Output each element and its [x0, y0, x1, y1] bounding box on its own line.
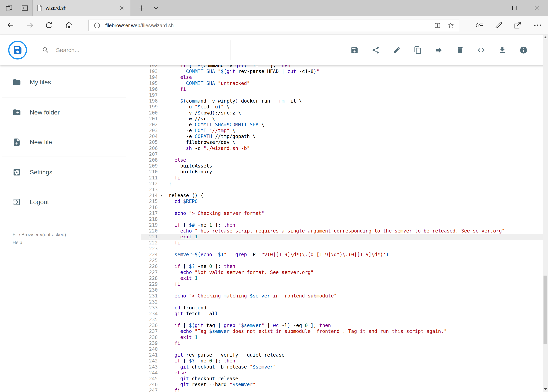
code-line[interactable]: 221 exit 1	[141, 234, 543, 240]
info-button[interactable]	[516, 42, 531, 58]
sidebar-item-logout[interactable]: Logout	[0, 191, 141, 213]
code-line[interactable]: 232	[141, 299, 543, 305]
browser-tab[interactable]: wizard.sh	[33, 0, 130, 16]
code-line[interactable]: 236 if [ $(git tag | grep "$semver" | wc…	[141, 322, 543, 328]
sidebar-item-settings[interactable]: Settings	[0, 161, 141, 183]
code-line[interactable]: 197	[141, 92, 543, 98]
code-line[interactable]: 229 fi	[141, 281, 543, 287]
scroll-down-button[interactable]	[543, 387, 548, 392]
code-line[interactable]: 210 buildBinary	[141, 169, 543, 175]
code-line[interactable]: 243 git checkout -b release "$semver"	[141, 364, 543, 370]
code-line[interactable]: 195 COMMIT_SHA="untracked"	[141, 80, 543, 86]
share-button[interactable]	[509, 16, 526, 35]
code-line[interactable]: 228 exit 1	[141, 275, 543, 281]
code-line[interactable]: 239 fi	[141, 340, 543, 346]
save-button[interactable]	[347, 42, 362, 58]
code-line[interactable]: 241 git rev-parse --verify --quiet relea…	[141, 352, 543, 358]
code-line[interactable]: 198 $(command -v winpty) docker run --rm…	[141, 98, 543, 104]
code-line[interactable]: 242 if [ $? -ne 0 ]; then	[141, 358, 543, 364]
code-line[interactable]: 218	[141, 216, 543, 222]
tab-close-button[interactable]	[117, 4, 126, 12]
code-line[interactable]: 196 fi	[141, 86, 543, 92]
fold-marker-icon[interactable]: ▾	[159, 193, 164, 198]
delete-button[interactable]	[452, 42, 468, 58]
code-line[interactable]: 225	[141, 258, 543, 263]
search-bar[interactable]	[35, 40, 230, 60]
code-line[interactable]: 199 -u "$(id -u)" \	[141, 104, 543, 110]
search-input[interactable]	[55, 46, 223, 54]
code-line[interactable]: 207	[141, 151, 543, 157]
code-line[interactable]: 245 git checkout release	[141, 376, 543, 382]
code-line[interactable]: 240	[141, 346, 543, 352]
code-line[interactable]: 216	[141, 204, 543, 210]
code-line[interactable]: 201 -w //src \	[141, 116, 543, 122]
code-view-button[interactable]	[473, 42, 489, 58]
code-line[interactable]: 214▾release () {	[141, 193, 543, 198]
code-line[interactable]: 247 fi	[141, 387, 543, 392]
code-line[interactable]: 222 fi	[141, 240, 543, 246]
code-line[interactable]: 213	[141, 187, 543, 193]
ink-button[interactable]	[490, 16, 507, 35]
scrollbar-thumb[interactable]	[543, 276, 548, 344]
code-line[interactable]: 244 else	[141, 370, 543, 376]
code-line[interactable]: 209 buildAssets	[141, 163, 543, 169]
site-info-button[interactable]	[92, 20, 102, 30]
code-line[interactable]: 220 echo "This release script requires a…	[141, 228, 543, 234]
code-line[interactable]: 211 fi	[141, 175, 543, 181]
minimize-button[interactable]	[481, 0, 503, 16]
code-line[interactable]: 205 filebrowser/dev \	[141, 139, 543, 145]
code-line[interactable]: 237 echo "Tag $semver does not exist in …	[141, 328, 543, 334]
code-line[interactable]: 217 echo "> Checking semver format"	[141, 210, 543, 216]
more-button[interactable]	[529, 16, 546, 35]
code-line[interactable]: 212}	[141, 181, 543, 187]
code-line[interactable]: 234 git fetch --all	[141, 311, 543, 317]
help-link[interactable]: Help	[13, 239, 22, 246]
code-line[interactable]: 200 -v /$(pwd):/src:z \	[141, 110, 543, 116]
filebrowser-logo[interactable]	[8, 41, 27, 59]
code-line[interactable]: 219 if [ $# -ne 1 ]; then	[141, 222, 543, 228]
show-set-aside-tabs-button[interactable]	[1, 0, 16, 16]
code-line[interactable]: 208 else	[141, 157, 543, 163]
download-button[interactable]	[495, 42, 510, 58]
sidebar-item-new-folder[interactable]: New folder	[0, 101, 141, 123]
address-bar[interactable]: filebrowser.web/files/wizard.sh	[88, 20, 459, 31]
home-button[interactable]	[60, 16, 77, 35]
code-line[interactable]: 233 cd frontend	[141, 305, 543, 311]
code-line[interactable]: 194 else	[141, 74, 543, 80]
tab-preview-toggle[interactable]	[150, 0, 162, 16]
maximize-button[interactable]	[503, 0, 526, 16]
sidebar-item-new-file[interactable]: New file	[0, 131, 141, 153]
code-editor[interactable]: 192 if [ "$(command -v git)" != "" ]; th…	[141, 65, 543, 392]
sidebar-item-my-files[interactable]: My files	[0, 71, 141, 93]
scrollbar[interactable]	[543, 35, 548, 392]
code-line[interactable]: 235	[141, 317, 543, 322]
code-line[interactable]: 230	[141, 287, 543, 293]
copy-button[interactable]	[410, 42, 426, 58]
code-line[interactable]: 226 if [ $? -ne 0 ]; then	[141, 263, 543, 269]
code-line[interactable]: 215 cd $REPO	[141, 198, 543, 204]
code-line[interactable]: 204 -e GOPATH=//tmp/gopath \	[141, 133, 543, 139]
code-line[interactable]: 231 echo "> Checking matching $semver in…	[141, 293, 543, 299]
close-window-button[interactable]	[526, 0, 548, 16]
code-line[interactable]: 223	[141, 246, 543, 252]
set-tabs-aside-button[interactable]	[17, 0, 32, 16]
code-line[interactable]: 246 git reset --hard "$semver"	[141, 382, 543, 387]
back-button[interactable]	[2, 16, 19, 35]
code-line[interactable]: 202 -e COMMIT_SHA=$COMMIT_SHA \	[141, 122, 543, 128]
refresh-button[interactable]	[40, 16, 57, 35]
forward-button[interactable]	[21, 16, 39, 35]
scroll-up-button[interactable]	[543, 35, 548, 40]
code-line[interactable]: 224 semver=$(echo "$1" | grep -P '^v(0|[…	[141, 252, 543, 258]
reading-view-button[interactable]	[432, 20, 443, 30]
code-line[interactable]: 238 exit 1	[141, 335, 543, 340]
favorites-hub-button[interactable]	[471, 16, 488, 35]
edit-button[interactable]	[389, 42, 405, 58]
add-favorite-button[interactable]	[446, 20, 456, 30]
code-line[interactable]: 203 -e HOME="//tmp" \	[141, 128, 543, 133]
code-line[interactable]: 193 COMMIT_SHA="$(git rev-parse HEAD | c…	[141, 69, 543, 74]
code-line[interactable]: 192 if [ "$(command -v git)" != "" ]; th…	[141, 65, 543, 69]
share-file-button[interactable]	[368, 42, 383, 58]
move-button[interactable]	[431, 42, 447, 58]
code-line[interactable]: 227 echo "Not valid semver format. See s…	[141, 269, 543, 275]
code-line[interactable]: 206 sh -c "./wizard.sh -b"	[141, 145, 543, 151]
